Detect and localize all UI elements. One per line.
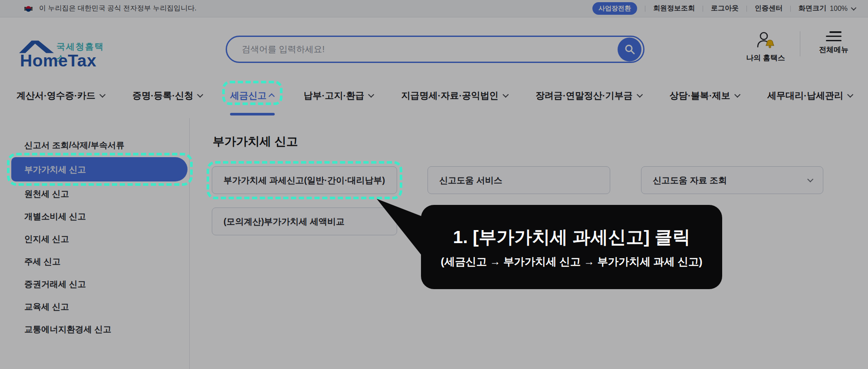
main-content: 부가가치세 신고 부가가치세 과세신고(일반·간이·대리납부) 신고도움 서비스… [190,118,868,369]
member-info-link[interactable]: 회원정보조회 [653,4,695,13]
divider [746,6,747,12]
divider [790,6,791,12]
screen-size-value: 100% [830,5,848,13]
my-hometax-label: 나의 홈택스 [746,53,785,63]
nav-item-invoice-receipt-card[interactable]: 계산서·영수증·카드 [16,74,104,117]
nav-item-statements-data-nonprofit[interactable]: 지급명세·자료·공익법인 [401,74,507,117]
chevron-up-icon [269,93,275,99]
nav-item-consult-appeal-report[interactable]: 상담·불복·제보 [670,74,739,117]
chevron-down-icon [503,92,509,98]
sidebar: 신고서 조회/삭제/부속서류 부가가치세 신고 원천세 신고 개별소비세 신고 … [0,118,190,369]
nav-item-certificate-register[interactable]: 증명·등록·신청 [132,74,201,117]
full-menu-label: 전체메뉴 [819,45,848,55]
my-hometax-button[interactable]: 나의 홈택스 [746,30,785,63]
official-site-notice: 이 누리집은 대한민국 공식 전자정부 누리집입니다. [39,4,197,13]
hometax-logo[interactable]: 국세청홈택스 HomeTax [19,29,110,70]
nav-item-tax-agent-management[interactable]: 세무대리·납세관리 [767,74,852,117]
global-nav: 계산서·영수증·카드 증명·등록·신청 세금신고 납부·고지·환급 지급명세·자… [0,74,868,117]
sidebar-item-stamp-tax[interactable]: 인지세 신고 [0,227,189,250]
divider [703,6,703,12]
screen-size-label: 화면크기 [799,4,826,13]
chevron-down-icon [197,92,203,98]
sidebar-item-vat-filing[interactable]: 부가가치세 신고 [11,157,187,181]
divider [800,31,800,56]
full-menu-button[interactable]: 전체메뉴 [815,30,852,55]
nav-item-tax-filing[interactable]: 세금신고 [230,74,275,117]
hometax-page: 이 누리집은 대한민국 공식 전자정부 누리집입니다. 사업장전환 회원정보조회… [0,0,868,369]
korea-flag-icon [24,4,33,13]
screen-size-control[interactable]: 화면크기 100% [799,4,855,13]
cert-center-link[interactable]: 인증센터 [755,4,783,13]
search-input[interactable] [227,37,609,62]
logout-link[interactable]: 로그아웃 [711,4,739,13]
chevron-down-icon [99,92,105,98]
filing-help-data-dropdown[interactable]: 신고도움 자료 조회 [641,166,823,194]
hamburger-menu-icon [826,30,842,42]
page-title: 부가가치세 신고 [213,134,298,149]
nav-item-payment-notice-refund[interactable]: 납부·고지·환급 [303,74,372,117]
workplace-switch-button[interactable]: 사업장전환 [592,2,637,15]
sidebar-item-report-view-delete[interactable]: 신고서 조회/삭제/부속서류 [0,134,189,156]
user-bell-icon [755,30,776,50]
sidebar-item-liquor-tax[interactable]: 주세 신고 [0,250,189,273]
sidebar-item-individual-consumption-tax[interactable]: 개별소비세 신고 [0,205,189,227]
nav-item-incentives-yearend-donation[interactable]: 장려금·연말정산·기부금 [536,74,641,117]
sidebar-item-education-tax[interactable]: 교육세 신고 [0,295,189,318]
utility-bar: 이 누리집은 대한민국 공식 전자정부 누리집입니다. 사업장전환 회원정보조회… [0,0,868,17]
vat-simulation-compare-button[interactable]: (모의계산)부가가치세 세액비교 [212,208,397,235]
vat-taxable-filing-button[interactable]: 부가가치세 과세신고(일반·간이·대리납부) [212,166,397,194]
chevron-down-icon [368,92,374,98]
divider [645,6,645,12]
chevron-down-icon [734,92,740,98]
active-nav-underline [230,113,275,115]
sidebar-item-withholding-tax[interactable]: 원천세 신고 [0,182,189,205]
search-icon [624,44,635,55]
logo-title: HomeTax [20,51,96,70]
chevron-down-icon [847,92,853,98]
search-button[interactable] [618,37,641,61]
filing-help-service-button[interactable]: 신고도움 서비스 [427,166,610,194]
chevron-down-icon [637,92,643,98]
chevron-down-icon [807,176,813,182]
sidebar-item-transport-energy-env-tax[interactable]: 교통에너지환경세 신고 [0,318,189,340]
search-bar [226,36,644,63]
sidebar-item-securities-transaction-tax[interactable]: 증권거래세 신고 [0,273,189,295]
chevron-down-icon [851,5,857,11]
